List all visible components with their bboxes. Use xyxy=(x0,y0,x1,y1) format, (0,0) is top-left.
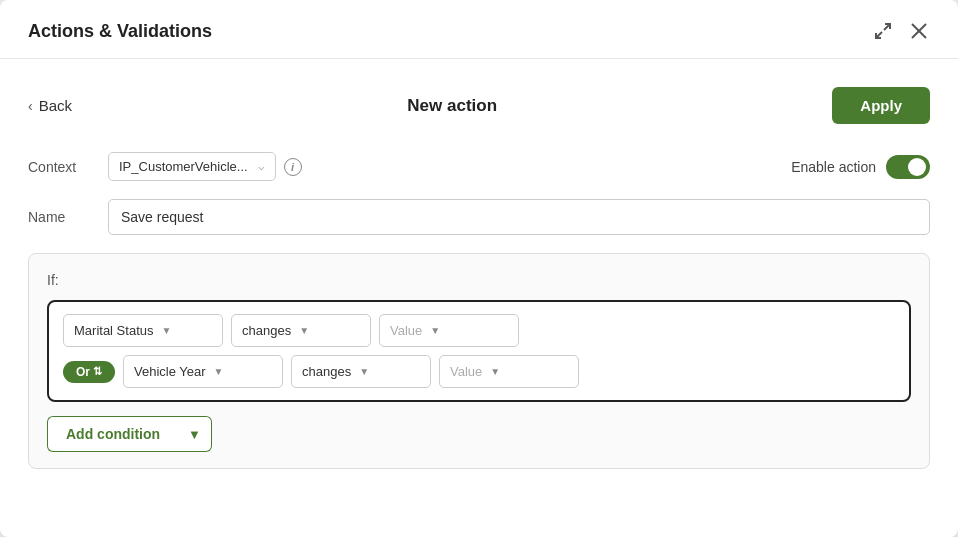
if-label: If: xyxy=(47,272,911,288)
name-label: Name xyxy=(28,209,108,225)
condition-operator-2-value: changes xyxy=(302,364,351,379)
back-label: Back xyxy=(39,97,72,114)
chevron-down-icon: ▼ xyxy=(161,325,171,336)
condition-field-1[interactable]: Marital Status ▼ xyxy=(63,314,223,347)
enable-action-toggle[interactable] xyxy=(886,155,930,179)
toggle-thumb xyxy=(908,158,926,176)
condition-field-1-value: Marital Status xyxy=(74,323,153,338)
condition-value-2-text: Value xyxy=(450,364,482,379)
if-block: If: Marital Status ▼ changes ▼ Value ▼ xyxy=(28,253,930,469)
name-input[interactable] xyxy=(108,199,930,235)
condition-operator-1[interactable]: changes ▼ xyxy=(231,314,371,347)
condition-field-2-value: Vehicle Year xyxy=(134,364,206,379)
sort-icon: ⇅ xyxy=(93,365,102,378)
context-dropdown[interactable]: IP_CustomerVehicle... ⌵ xyxy=(108,152,276,181)
close-icon[interactable] xyxy=(908,20,930,42)
chevron-down-icon: ▼ xyxy=(299,325,309,336)
condition-row-1: Marital Status ▼ changes ▼ Value ▼ xyxy=(63,314,895,347)
toggle-track[interactable] xyxy=(886,155,930,179)
chevron-down-icon: ▼ xyxy=(214,366,224,377)
context-row: Context IP_CustomerVehicle... ⌵ i Enable… xyxy=(28,152,930,181)
enable-action-label: Enable action xyxy=(791,159,876,175)
enable-action-group: Enable action xyxy=(791,155,930,179)
add-condition-group: Add condition ▼ xyxy=(47,416,911,452)
name-row: Name xyxy=(28,199,930,235)
modal-body: ‹ Back New action Apply Context IP_Custo… xyxy=(0,59,958,497)
apply-button[interactable]: Apply xyxy=(832,87,930,124)
add-condition-label: Add condition xyxy=(66,426,160,442)
chevron-down-icon: ▼ xyxy=(359,366,369,377)
or-badge[interactable]: Or ⇅ xyxy=(63,361,115,383)
chevron-down-icon: ▼ xyxy=(490,366,500,377)
modal: Actions & Validations ‹ xyxy=(0,0,958,537)
chevron-down-icon: ▼ xyxy=(430,325,440,336)
condition-value-1[interactable]: Value ▼ xyxy=(379,314,519,347)
chevron-down-icon: ▼ xyxy=(188,427,201,442)
condition-row-2: Or ⇅ Vehicle Year ▼ changes ▼ Value ▼ xyxy=(63,355,895,388)
or-label: Or xyxy=(76,365,90,379)
expand-icon[interactable] xyxy=(872,20,894,42)
context-value: IP_CustomerVehicle... xyxy=(119,159,248,174)
condition-area: Marital Status ▼ changes ▼ Value ▼ xyxy=(47,300,911,402)
top-bar: ‹ Back New action Apply xyxy=(28,87,930,124)
add-condition-chevron-button[interactable]: ▼ xyxy=(178,416,212,452)
chevron-left-icon: ‹ xyxy=(28,98,33,114)
back-button[interactable]: ‹ Back xyxy=(28,97,72,114)
condition-operator-1-value: changes xyxy=(242,323,291,338)
modal-title: Actions & Validations xyxy=(28,21,212,42)
condition-field-2[interactable]: Vehicle Year ▼ xyxy=(123,355,283,388)
chevron-down-icon: ⌵ xyxy=(258,160,265,173)
modal-header: Actions & Validations xyxy=(0,0,958,59)
modal-header-icons xyxy=(872,20,930,42)
info-icon[interactable]: i xyxy=(284,158,302,176)
condition-operator-2[interactable]: changes ▼ xyxy=(291,355,431,388)
add-condition-button[interactable]: Add condition xyxy=(47,416,178,452)
condition-value-2[interactable]: Value ▼ xyxy=(439,355,579,388)
page-title: New action xyxy=(72,96,832,116)
condition-value-1-text: Value xyxy=(390,323,422,338)
context-label: Context xyxy=(28,159,108,175)
